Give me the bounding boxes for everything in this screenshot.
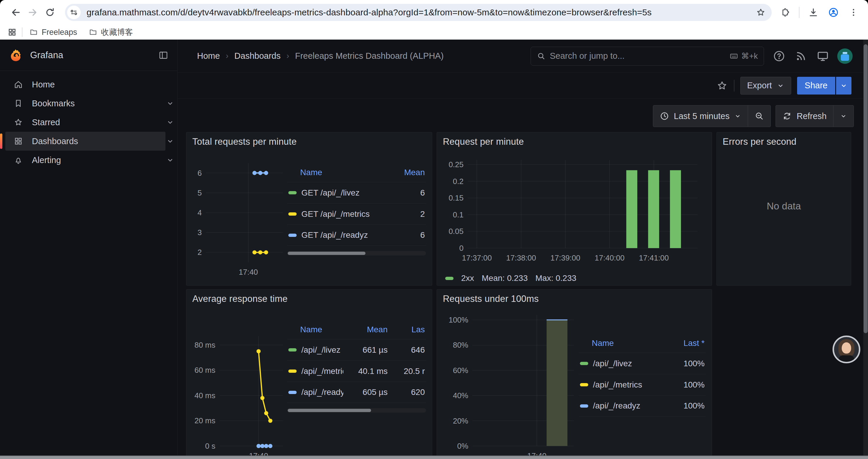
search-icon [537,52,546,61]
help-icon[interactable] [772,49,786,64]
page-header: Home›Dashboards›Freeleaps Metrics Dashbo… [178,40,868,73]
svg-text:20 ms: 20 ms [194,416,215,425]
chevron-down-icon[interactable] [166,118,174,126]
share-button[interactable]: Share [797,77,835,95]
grafana-logo[interactable] [9,48,23,62]
refresh-button[interactable]: Refresh [776,105,833,127]
sidebar-item-home[interactable]: Home [5,75,165,94]
legend-table-header[interactable]: NameMeanLas [287,325,426,339]
legend-row[interactable]: /api/_/metrics100% [579,374,706,395]
series-value: 646 [388,345,425,355]
refresh-icon [782,111,792,121]
breadcrumb-item[interactable]: Home [197,51,220,61]
export-button[interactable]: Export [740,77,791,95]
url-text[interactable]: grafana.mathmast.com/d/deytv4rwavabkb/fr… [87,7,752,18]
sidebar-item-starred[interactable]: Starred [5,113,165,132]
time-range-picker[interactable]: Last 5 minutes [653,105,748,127]
horizontal-scrollbar[interactable] [0,455,868,459]
legend-row[interactable]: GET /api/_/readyz6 [287,225,426,246]
svg-text:40 ms: 40 ms [194,391,215,400]
panel-title[interactable]: Average response time [192,294,426,304]
extensions-icon[interactable] [776,4,794,21]
legend-table: NameMeanGET /api/_/livez6GET /api/_/metr… [287,168,426,246]
browser-toolbar: grafana.mathmast.com/d/deytv4rwavabkb/fr… [0,0,868,40]
series-name: GET /api/_/metrics [301,209,390,219]
panel-title[interactable]: Requests under 100ms [443,294,706,304]
legend-row[interactable]: GET /api/_/metrics2 [287,203,426,225]
series-name: /api/_/readyz [301,388,343,397]
svg-text:60%: 60% [453,366,468,375]
bookmarks-divider [22,28,23,37]
legend-row[interactable]: /api/_/metrics40.1 ms20.5 r [287,360,426,382]
svg-text:0: 0 [459,244,464,253]
panel-title[interactable]: Total requests per minute [192,136,426,147]
series-swatch [580,383,588,386]
legend-table-header[interactable]: NameMean [287,168,426,182]
scrollbar-thumb[interactable] [864,44,868,333]
back-button[interactable] [7,4,24,21]
chart-legend[interactable]: 2xx Mean: 0.233 Max: 0.233 [443,273,706,283]
legend-row[interactable]: /api/_/livez100% [579,353,706,374]
reload-button[interactable] [41,4,59,21]
apps-grid-icon[interactable] [8,28,17,37]
svg-text:80%: 80% [453,340,468,350]
sidebar-collapse-icon[interactable] [158,50,168,60]
series-name: GET /api/_/readyz [301,230,390,240]
svg-text:0.2: 0.2 [453,177,464,186]
series-value: 100% [666,401,705,411]
bookmark-folder[interactable]: Freeleaps [30,28,77,37]
chevron-down-icon [840,82,848,90]
svg-text:0%: 0% [457,441,468,451]
breadcrumb-separator: › [226,52,228,61]
forward-button[interactable] [24,4,41,21]
panel-title[interactable]: Errors per second [723,136,845,147]
monitor-icon[interactable] [815,49,830,64]
chevron-down-icon[interactable] [166,99,174,107]
legend-table-header[interactable]: NameLast * [579,338,706,353]
chevron-down-icon[interactable] [166,156,174,164]
svg-text:17:39:00: 17:39:00 [550,254,580,262]
profile-icon[interactable] [825,4,842,21]
sidebar-item-bookmarks[interactable]: Bookmarks [5,94,165,113]
actions-divider [734,80,735,92]
favorite-star-icon[interactable] [716,80,728,92]
bookmark-folder[interactable]: 收藏博客 [89,27,133,37]
series-name: GET /api/_/livez [301,188,390,198]
legend-scrollbar[interactable] [287,408,426,413]
legend-row[interactable]: /api/_/livez661 µs646 [287,339,426,360]
user-avatar[interactable] [837,48,852,64]
legend-row[interactable]: GET /api/_/livez6 [287,182,426,203]
refresh-interval-button[interactable] [833,105,854,127]
chevron-down-icon [734,112,741,120]
panel-title[interactable]: Request per minute [443,136,706,147]
request-per-minute-chart: 00.050.10.150.20.2517:37:0017:38:0017:39… [443,151,706,269]
address-bar[interactable]: grafana.mathmast.com/d/deytv4rwavabkb/fr… [65,4,772,21]
sidebar-item-alerting[interactable]: Alerting [5,151,165,169]
screen: grafana.mathmast.com/d/deytv4rwavabkb/fr… [0,0,868,459]
share-menu-button[interactable] [836,77,851,95]
download-icon[interactable] [805,4,822,21]
folder-icon [89,28,97,36]
brand-title: Grafana [30,50,63,61]
legend-row[interactable]: /api/_/readyz605 µs620 [287,382,426,403]
series-swatch [288,234,297,237]
site-info-icon[interactable] [67,6,81,19]
floating-assistant-avatar[interactable] [833,335,860,363]
panel-total-requests: Total requests per minute 2345617:40 Nam… [186,132,432,286]
breadcrumb-item[interactable]: Dashboards [234,51,280,61]
series-value: 100% [666,380,705,390]
chevron-down-icon[interactable] [166,137,174,145]
legend-scrollbar[interactable] [287,251,426,256]
search-input[interactable]: Search or jump to... ⌘+k [531,47,764,66]
vertical-scrollbar[interactable] [863,40,868,455]
svg-text:17:40: 17:40 [239,268,258,276]
sidebar-item-dashboards[interactable]: Dashboards [5,132,165,151]
bookmark-star-icon[interactable] [756,7,766,18]
zoom-out-button[interactable] [748,105,771,127]
browser-menu-icon[interactable] [845,4,862,21]
breadcrumb-separator: › [286,52,289,61]
legend-row[interactable]: /api/_/readyz100% [579,395,706,417]
grafana-app: Grafana HomeBookmarksStarredDashboardsAl… [0,40,868,459]
news-rss-icon[interactable] [794,49,808,64]
folder-icon [30,28,38,36]
